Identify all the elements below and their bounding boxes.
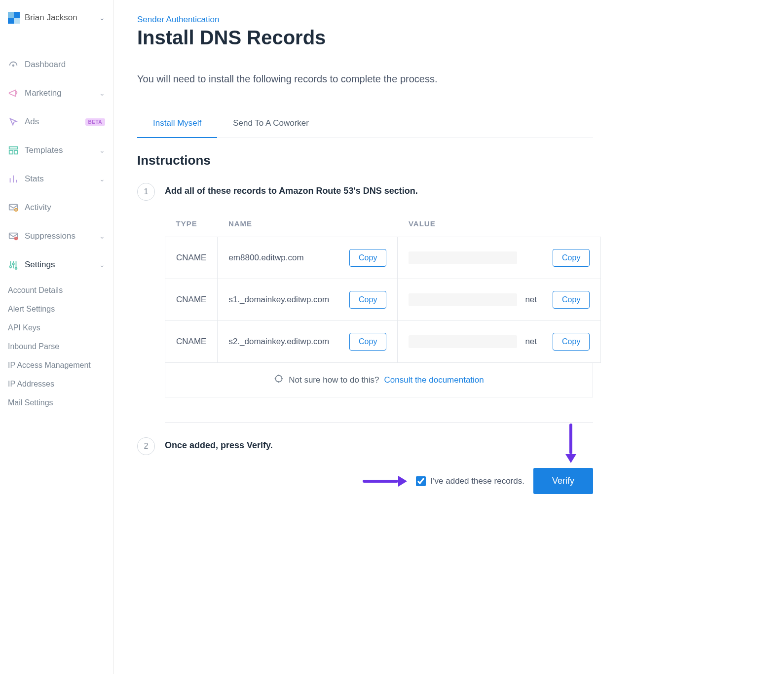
step-1: 1 Add all of these records to Amazon Rou…: [137, 183, 593, 201]
mail-block-icon: [8, 231, 19, 242]
sidebar-item-label: Settings: [25, 260, 93, 270]
user-name: Brian Jackson: [25, 13, 94, 23]
added-records-checkbox[interactable]: [416, 476, 426, 486]
chevron-down-icon: ⌄: [99, 89, 105, 97]
sidebar-item-ads[interactable]: Ads BETA: [0, 107, 113, 136]
svg-rect-4: [9, 205, 18, 210]
svg-point-0: [13, 65, 14, 66]
cell-type: CNAME: [165, 237, 218, 279]
cell-type: CNAME: [165, 279, 218, 321]
tabs: Install Myself Send To A Coworker: [137, 109, 593, 138]
redacted-value: [409, 335, 517, 348]
table-footer: Not sure how to do this? Consult the doc…: [165, 363, 593, 397]
gauge-icon: [8, 59, 19, 70]
footer-text: Not sure how to do this?: [289, 375, 379, 385]
added-records-checkbox-wrap[interactable]: I've added these records.: [416, 476, 524, 486]
cell-name: s1._domainkey.editwp.com: [228, 295, 329, 305]
table-row: CNAME em8800.editwp.com Copy Copy: [165, 237, 601, 279]
chevron-down-icon: ⌄: [99, 232, 105, 240]
dns-records-table: TYPE NAME VALUE CNAME em8800.editwp.com …: [165, 211, 601, 363]
sidebar-item-label: Ads: [25, 117, 79, 127]
breadcrumb-link[interactable]: Sender Authentication: [137, 15, 219, 25]
megaphone-icon: [8, 88, 19, 99]
settings-subnav: Account Details Alert Settings API Keys …: [0, 279, 113, 418]
svg-rect-2: [9, 150, 13, 154]
svg-point-11: [276, 375, 282, 382]
chevron-down-icon: ⌄: [99, 146, 105, 154]
col-header-name: NAME: [218, 211, 398, 237]
value-suffix: net: [525, 337, 537, 347]
sidebar-item-label: Activity: [25, 203, 105, 213]
sidebar-item-suppressions[interactable]: Suppressions ⌄: [0, 222, 113, 250]
primary-nav: Dashboard Marketing ⌄ Ads BETA Templates…: [0, 35, 113, 418]
redacted-value: [409, 251, 517, 264]
copy-name-button[interactable]: Copy: [349, 291, 386, 309]
svg-rect-6: [9, 233, 18, 239]
main-content: Sender Authentication Install DNS Record…: [113, 0, 617, 674]
chevron-down-icon: ⌄: [99, 261, 105, 269]
col-header-value: VALUE: [398, 211, 601, 237]
svg-rect-3: [14, 150, 17, 154]
step-number-badge: 2: [137, 437, 155, 455]
verify-button[interactable]: Verify: [533, 468, 593, 494]
copy-value-button[interactable]: Copy: [553, 249, 590, 267]
app-logo-icon: [8, 12, 20, 24]
subnav-account-details[interactable]: Account Details: [5, 281, 113, 300]
sidebar-item-settings[interactable]: Settings ⌄: [0, 250, 113, 279]
subnav-mail-settings[interactable]: Mail Settings: [5, 393, 113, 412]
tab-install-myself[interactable]: Install Myself: [137, 109, 217, 138]
divider: [165, 422, 593, 423]
sidebar-item-label: Suppressions: [25, 231, 93, 241]
chevron-down-icon: ⌄: [99, 175, 105, 183]
page-lead: You will need to install the following r…: [137, 73, 593, 85]
checkbox-label: I've added these records.: [431, 476, 524, 486]
svg-rect-1: [9, 147, 18, 149]
subnav-ip-access-management[interactable]: IP Access Management: [5, 356, 113, 375]
sidebar-item-activity[interactable]: Activity: [0, 193, 113, 222]
copy-name-button[interactable]: Copy: [349, 249, 386, 267]
verify-row: I've added these records. Verify: [165, 465, 593, 494]
tab-send-to-coworker[interactable]: Send To A Coworker: [217, 109, 325, 138]
annotation-arrow-right-icon: [363, 479, 407, 484]
cell-type: CNAME: [165, 321, 218, 363]
crosshair-icon: [274, 374, 284, 386]
sidebar-item-label: Marketing: [25, 88, 93, 98]
mail-search-icon: [8, 202, 19, 213]
subnav-api-keys[interactable]: API Keys: [5, 319, 113, 337]
sidebar-item-dashboard[interactable]: Dashboard: [0, 50, 113, 79]
layout-icon: [8, 145, 19, 156]
svg-point-8: [10, 266, 12, 268]
subnav-inbound-parse[interactable]: Inbound Parse: [5, 337, 113, 356]
sliders-icon: [8, 259, 19, 270]
sidebar-item-label: Templates: [25, 145, 93, 155]
subnav-ip-addresses[interactable]: IP Addresses: [5, 375, 113, 393]
cursor-icon: [8, 116, 19, 127]
documentation-link[interactable]: Consult the documentation: [384, 375, 484, 385]
page-title: Install DNS Records: [137, 27, 593, 49]
col-header-type: TYPE: [165, 211, 218, 237]
sidebar-item-templates[interactable]: Templates ⌄: [0, 136, 113, 165]
svg-point-9: [12, 263, 14, 265]
step-2-title: Once added, press Verify.: [165, 437, 273, 451]
subnav-alert-settings[interactable]: Alert Settings: [5, 300, 113, 319]
cell-name: em8800.editwp.com: [228, 253, 303, 263]
step-1-title: Add all of these records to Amazon Route…: [165, 183, 418, 196]
table-row: CNAME s2._domainkey.editwp.com Copy net …: [165, 321, 601, 363]
sidebar-item-marketing[interactable]: Marketing ⌄: [0, 79, 113, 107]
beta-badge: BETA: [85, 118, 105, 126]
copy-value-button[interactable]: Copy: [553, 291, 590, 309]
copy-name-button[interactable]: Copy: [349, 333, 386, 351]
table-row: CNAME s1._domainkey.editwp.com Copy net …: [165, 279, 601, 321]
copy-value-button[interactable]: Copy: [553, 333, 590, 351]
value-suffix: net: [525, 295, 537, 305]
instructions-heading: Instructions: [137, 153, 593, 168]
sidebar-item-label: Dashboard: [25, 60, 105, 70]
cell-name: s2._domainkey.editwp.com: [228, 337, 329, 347]
sidebar-item-label: Stats: [25, 174, 93, 184]
account-switcher[interactable]: Brian Jackson ⌄: [0, 0, 113, 35]
redacted-value: [409, 293, 517, 306]
sidebar: Brian Jackson ⌄ Dashboard Marketing ⌄ Ad…: [0, 0, 113, 674]
sidebar-item-stats[interactable]: Stats ⌄: [0, 165, 113, 193]
annotation-arrow-down-icon: [568, 424, 573, 463]
bar-chart-icon: [8, 174, 19, 184]
